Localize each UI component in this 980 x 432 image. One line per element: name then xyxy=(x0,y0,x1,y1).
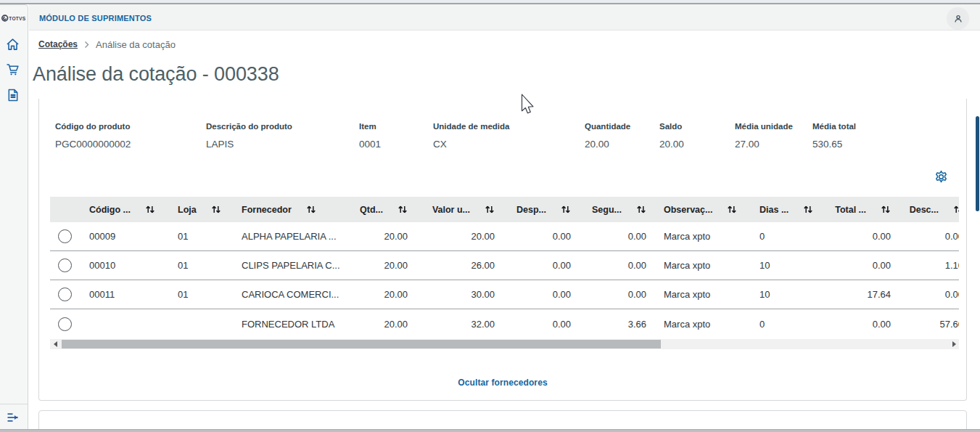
sort-icon[interactable] xyxy=(211,205,221,214)
sort-icon[interactable] xyxy=(953,205,959,214)
table-cell: 20.00 xyxy=(349,319,416,330)
user-icon xyxy=(954,15,963,23)
product-field: Quantidade20.00 xyxy=(585,121,659,150)
breadcrumb-link-cotacoes[interactable]: Cotações xyxy=(38,39,78,49)
document-icon xyxy=(7,89,19,102)
product-fields: Código do produtoPGC0000000002Descrição … xyxy=(55,121,959,150)
column-label: Total ... xyxy=(835,205,866,215)
table-cell: 20.00 xyxy=(349,231,416,242)
sort-icon[interactable] xyxy=(636,205,646,214)
sidebar-item-document[interactable] xyxy=(0,82,25,107)
field-value: PGC0000000002 xyxy=(55,138,206,150)
table-cell: 0.00 xyxy=(899,231,959,242)
svg-text:TOTVS: TOTVS xyxy=(9,16,25,21)
hide-suppliers-link[interactable]: Ocultar fornecedores xyxy=(458,378,547,388)
field-value: 20.00 xyxy=(659,138,735,150)
table-cell: Marca xpto xyxy=(655,319,751,330)
table-row: 0000901ALPHA PAPELARIA ...20.0020.000.00… xyxy=(50,222,959,251)
totvs-logo[interactable]: TOTVS xyxy=(1,10,28,26)
table-header-cell[interactable]: Qtd... xyxy=(349,197,416,222)
scroll-left-button[interactable] xyxy=(50,339,60,349)
column-label: Valor u... xyxy=(432,205,470,215)
field-label: Saldo xyxy=(659,121,735,131)
vertical-scrollbar-thumb[interactable] xyxy=(976,116,979,211)
window-bottom-edge xyxy=(0,429,980,432)
sort-icon[interactable] xyxy=(561,205,571,214)
table-header-cell[interactable]: Valor u... xyxy=(416,197,503,222)
horizontal-scrollbar-thumb[interactable] xyxy=(62,340,661,349)
sort-icon[interactable] xyxy=(306,205,316,214)
table-header-select xyxy=(50,197,81,222)
table-header-cell[interactable]: Observaç... xyxy=(655,197,751,222)
expand-menu-icon xyxy=(7,412,19,423)
column-label: Desc... xyxy=(910,205,939,215)
table-cell: 26.00 xyxy=(416,260,503,271)
table-cell: 01 xyxy=(169,289,233,300)
sidebar-item-cart[interactable] xyxy=(0,57,25,82)
table-cell: 10 xyxy=(751,260,823,271)
table-cell: 0.00 xyxy=(503,260,580,271)
chevron-right-icon xyxy=(83,41,90,49)
table-cell: CLIPS PAPELARIA C... xyxy=(233,260,349,271)
page-content: Cotações Análise da cotação Análise da c… xyxy=(29,30,980,429)
table-header-cell[interactable]: Fornecedor xyxy=(233,197,349,222)
table-cell: Marca xpto xyxy=(655,260,751,271)
column-label: Observaç... xyxy=(664,205,712,215)
table-header-cell[interactable]: Desp... xyxy=(503,197,580,222)
module-title: MÓDULO DE SUPRIMENTOS xyxy=(39,14,152,23)
row-select-cell xyxy=(50,258,81,272)
table-settings-button[interactable] xyxy=(934,170,949,184)
column-label: Desp... xyxy=(516,205,546,215)
row-radio-button[interactable] xyxy=(58,288,72,301)
scroll-right-button[interactable] xyxy=(949,339,959,349)
table-cell: 0.00 xyxy=(503,289,580,300)
sidebar-item-home[interactable] xyxy=(0,31,25,57)
row-radio-button[interactable] xyxy=(58,317,72,331)
table-cell: 32.00 xyxy=(416,319,503,330)
row-select-cell xyxy=(50,288,81,301)
breadcrumb: Cotações Análise da cotação xyxy=(38,38,176,51)
table-cell: 0.00 xyxy=(823,231,899,242)
row-select-cell xyxy=(50,229,81,243)
table-cell: 17.64 xyxy=(823,289,899,300)
field-value: LAPIS xyxy=(206,138,359,150)
row-radio-button[interactable] xyxy=(58,229,72,243)
field-label: Descrição do produto xyxy=(206,121,359,131)
product-field: Média unidade27.00 xyxy=(735,121,812,150)
horizontal-scrollbar[interactable] xyxy=(50,339,959,349)
sort-icon[interactable] xyxy=(881,205,891,214)
page-title: Análise da cotação - 000338 xyxy=(33,63,279,86)
table-cell: 20.00 xyxy=(349,260,416,271)
column-label: Código ... xyxy=(89,205,131,215)
table-cell: 30.00 xyxy=(416,289,503,300)
table-header-cell[interactable]: Código ... xyxy=(81,197,169,222)
sidebar-expand-button[interactable] xyxy=(0,404,28,430)
row-radio-button[interactable] xyxy=(58,258,72,272)
user-avatar-button[interactable] xyxy=(950,11,965,26)
table-cell: 00009 xyxy=(81,231,169,242)
sort-icon[interactable] xyxy=(803,205,813,214)
product-field: Código do produtoPGC0000000002 xyxy=(55,121,206,150)
column-label: Segu... xyxy=(592,205,622,215)
table-header-row: Código ...LojaFornecedorQtd...Valor u...… xyxy=(50,197,959,222)
table-cell: FORNECEDOR LTDA xyxy=(233,319,349,330)
table-header-cell[interactable]: Dias ... xyxy=(751,197,823,222)
table-header-cell[interactable]: Desc... xyxy=(899,197,959,222)
table-header-cell[interactable]: Loja xyxy=(169,197,233,222)
sort-icon[interactable] xyxy=(485,205,495,214)
sort-icon[interactable] xyxy=(398,205,408,214)
table-cell: 0.00 xyxy=(580,289,655,300)
table-cell: 01 xyxy=(169,260,233,271)
table-header-cell[interactable]: Total ... xyxy=(823,197,899,222)
table-cell: 0.00 xyxy=(503,231,580,242)
table-cell: Marca xpto xyxy=(655,231,751,242)
field-label: Média total xyxy=(812,121,899,131)
product-field: Unidade de medidaCX xyxy=(433,121,585,150)
sort-icon[interactable] xyxy=(727,205,737,214)
table-cell: 00010 xyxy=(81,260,169,271)
table-row: FORNECEDOR LTDA20.0032.000.003.66Marca x… xyxy=(50,309,959,338)
sort-icon[interactable] xyxy=(145,205,155,214)
table-cell: 01 xyxy=(169,231,233,242)
table-header-cell[interactable]: Segu... xyxy=(580,197,655,222)
field-value: 0001 xyxy=(359,138,433,150)
